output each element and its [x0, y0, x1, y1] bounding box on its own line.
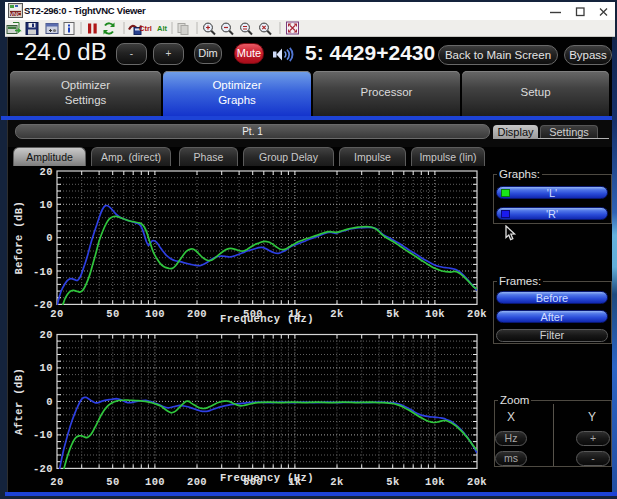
- svg-text:-20: -20: [33, 463, 53, 475]
- svg-text:20k: 20k: [467, 476, 487, 488]
- svg-text:0: 0: [46, 396, 53, 408]
- svg-text:5k: 5k: [386, 476, 399, 488]
- svg-text:200: 200: [187, 476, 207, 488]
- svg-text:20k: 20k: [467, 308, 487, 320]
- svg-text:VNC: VNC: [10, 11, 22, 17]
- svg-text:20: 20: [40, 166, 53, 178]
- svg-text:10: 10: [40, 362, 53, 374]
- svg-text:After (dB): After (dB): [13, 368, 25, 435]
- svg-text:Frequency (Hz): Frequency (Hz): [220, 313, 314, 325]
- svg-text:100: 100: [145, 308, 165, 320]
- svg-text:-10: -10: [33, 429, 53, 441]
- svg-text:10k: 10k: [425, 476, 445, 488]
- svg-text:Ctrl: Ctrl: [139, 24, 152, 33]
- svg-text:1k: 1k: [288, 476, 301, 488]
- svg-text:Frequency (Hz): Frequency (Hz): [220, 472, 314, 484]
- svg-text:200: 200: [187, 308, 207, 320]
- svg-text:0: 0: [46, 232, 53, 244]
- svg-text:20: 20: [50, 476, 63, 488]
- svg-text:5k: 5k: [386, 308, 399, 320]
- svg-text:2k: 2k: [330, 476, 343, 488]
- svg-text:50: 50: [106, 476, 119, 488]
- svg-text:2k: 2k: [330, 308, 343, 320]
- svg-text:-10: -10: [33, 266, 53, 278]
- svg-text:-20: -20: [33, 299, 53, 311]
- svg-text:50: 50: [106, 308, 119, 320]
- svg-text:1k: 1k: [288, 308, 301, 320]
- svg-text:100: 100: [145, 476, 165, 488]
- svg-text:500: 500: [243, 476, 263, 488]
- svg-text:500: 500: [243, 308, 263, 320]
- svg-text:Before (dB): Before (dB): [13, 201, 25, 275]
- svg-text:20: 20: [40, 329, 53, 341]
- svg-text:20: 20: [50, 308, 63, 320]
- svg-text:10k: 10k: [425, 308, 445, 320]
- svg-text:10: 10: [40, 199, 53, 211]
- svg-text:Alt: Alt: [157, 24, 168, 33]
